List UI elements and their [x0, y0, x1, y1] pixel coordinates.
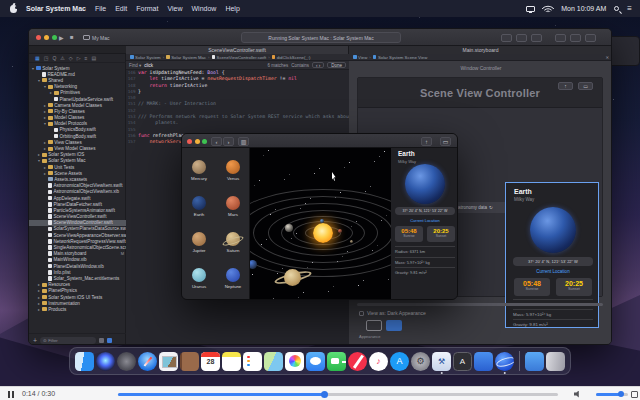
menu-app-name[interactable]: Solar System Mac: [26, 5, 86, 12]
wifi-icon[interactable]: [543, 5, 553, 13]
planet-item-jupiter[interactable]: Jupiter: [182, 232, 216, 253]
menu-clock[interactable]: Mon 10:09 AM: [561, 5, 606, 12]
editor-jump-bar[interactable]: Solar System›Solar System Mac›SceneViewC…: [126, 54, 349, 61]
navigator-tab-icon-1[interactable]: ◳: [44, 56, 49, 61]
jump-crumb[interactable]: Solar System Mac: [166, 55, 206, 60]
filter-field[interactable]: ⊙Filter: [40, 337, 96, 344]
dock-icon-news[interactable]: [348, 352, 367, 371]
scene-planet[interactable]: [350, 240, 353, 243]
navigator-tab-icon-0[interactable]: ▦: [35, 56, 40, 61]
close-button[interactable]: [36, 35, 41, 40]
navigator-tab-icon-7[interactable]: ▤: [91, 56, 96, 61]
jump-crumb[interactable]: didClickScene(_:): [272, 55, 311, 60]
find-mode-label[interactable]: Find ▾: [129, 63, 141, 68]
menu-item-view[interactable]: View: [167, 5, 182, 12]
file-row-products[interactable]: ▸Products: [29, 306, 126, 312]
volume-slider[interactable]: [596, 393, 628, 396]
fullscreen-icon[interactable]: [631, 391, 638, 398]
display-mirroring-icon[interactable]: [526, 6, 535, 12]
pause-button[interactable]: [8, 391, 14, 398]
stop-button[interactable]: ■: [70, 34, 74, 40]
source-control-filter-icon[interactable]: [107, 338, 112, 343]
current-location-link[interactable]: Current Location: [506, 269, 599, 274]
back-button[interactable]: ‹: [211, 137, 222, 146]
current-location-link[interactable]: Current Location: [391, 218, 458, 223]
dock-icon-system-preferences[interactable]: ⚙: [411, 352, 430, 371]
editor-standard-button[interactable]: [501, 34, 512, 42]
minimize-button[interactable]: [44, 35, 49, 40]
planet-item-mercury[interactable]: Mercury: [182, 160, 216, 181]
horizontal-scrollbar[interactable]: [357, 303, 603, 306]
dock-icon-calendar[interactable]: 28: [201, 352, 220, 371]
scene-planet[interactable]: [285, 224, 293, 232]
dock-icon-maps[interactable]: [264, 352, 283, 371]
menu-item-help[interactable]: Help: [225, 5, 239, 12]
planet-item-uranus[interactable]: Uranus: [182, 268, 216, 289]
apple-menu-icon[interactable]: [10, 5, 17, 13]
jump-crumb[interactable]: Solar System Scene View: [373, 55, 427, 60]
find-prev-next-buttons[interactable]: ‹ ›: [312, 62, 324, 69]
volume-icon[interactable]: [574, 391, 582, 398]
menu-item-window[interactable]: Window: [191, 5, 216, 12]
dock-icon-reminders[interactable]: [243, 352, 262, 371]
minimize-button[interactable]: [195, 139, 200, 144]
scheme-selector[interactable]: My Mac: [83, 33, 110, 42]
sidebar-toggle-icon[interactable]: ▥: [238, 137, 249, 146]
solar-system-scene[interactable]: [250, 148, 391, 300]
recent-filter-icon[interactable]: [99, 338, 104, 343]
find-contains-option[interactable]: Contains: [291, 63, 309, 68]
menu-item-edit[interactable]: Edit: [115, 5, 127, 12]
editor-assistant-button[interactable]: [516, 34, 527, 42]
close-crumb-icon[interactable]: ✕: [605, 55, 609, 60]
dock-icon-notes[interactable]: [222, 352, 241, 371]
navigator-tab-icon-6[interactable]: ≡: [85, 56, 88, 61]
run-button[interactable]: ▶: [59, 34, 64, 41]
dock-icon-trash[interactable]: [546, 352, 565, 371]
notification-center-icon[interactable]: ≡: [627, 5, 632, 13]
dock-icon-appstore[interactable]: A: [390, 352, 409, 371]
dock-icon-facetime[interactable]: [327, 352, 346, 371]
zoom-button[interactable]: [202, 139, 207, 144]
jump-crumb[interactable]: SceneViewController.swift: [212, 55, 267, 60]
view-options-icon[interactable]: ▭: [440, 137, 451, 146]
dock-icon-xcode[interactable]: ⚒: [432, 352, 451, 371]
dock-icon-contacts[interactable]: [180, 352, 199, 371]
tab-sceneviewcontroller[interactable]: SceneViewController.swift: [126, 46, 349, 54]
scene-planet[interactable]: [250, 260, 257, 269]
share-icon[interactable]: ↑: [558, 82, 573, 90]
sun[interactable]: [313, 223, 333, 243]
navigator-tab-icon-3[interactable]: ⚠: [60, 56, 64, 61]
spotlight-search-icon[interactable]: [614, 6, 619, 11]
toggle-inspector-button[interactable]: [585, 34, 596, 42]
planet-item-earth[interactable]: Earth: [182, 196, 216, 217]
view-as-control[interactable]: View as: Dark Appearance: [359, 310, 426, 316]
zoom-button[interactable]: [52, 35, 57, 40]
saturn-3d[interactable]: [274, 266, 312, 290]
storyboard-jump-bar[interactable]: View›Solar System Scene View✕: [349, 54, 612, 61]
seek-bar[interactable]: [118, 393, 558, 396]
close-button[interactable]: [187, 139, 192, 144]
navigator-tab-icon-5[interactable]: ▷: [77, 56, 81, 61]
navigator-tab-icon-2[interactable]: Q: [52, 56, 56, 61]
toggle-debug-button[interactable]: [570, 34, 581, 42]
find-done-button[interactable]: Done: [327, 62, 346, 69]
planet-item-neptune[interactable]: Neptune: [216, 268, 250, 289]
refresh-icon[interactable]: ↻: [489, 205, 493, 210]
jump-crumb[interactable]: View: [353, 55, 367, 60]
light-appearance-button[interactable]: [366, 320, 382, 331]
dock-icon-files[interactable]: [474, 352, 493, 371]
add-file-button[interactable]: +: [33, 337, 37, 344]
app-title-bar[interactable]: ‹ › ▥ ↑ ▭: [182, 134, 458, 148]
dock-icon-finder[interactable]: [75, 352, 94, 371]
share-icon[interactable]: ↑: [421, 137, 432, 146]
menu-item-file[interactable]: File: [95, 5, 106, 12]
seek-handle[interactable]: [321, 391, 328, 398]
dock-icon-solar-system[interactable]: [495, 352, 514, 371]
fullscreen-segment-icon[interactable]: ▭: [578, 82, 593, 90]
dock-icon-preview[interactable]: [159, 352, 178, 371]
tab-main-storyboard[interactable]: Main.storyboard: [349, 46, 612, 54]
menu-item-format[interactable]: Format: [136, 5, 158, 12]
find-input[interactable]: click: [144, 63, 153, 68]
volume-handle[interactable]: [618, 391, 624, 397]
dock-icon-messages[interactable]: [306, 352, 325, 371]
